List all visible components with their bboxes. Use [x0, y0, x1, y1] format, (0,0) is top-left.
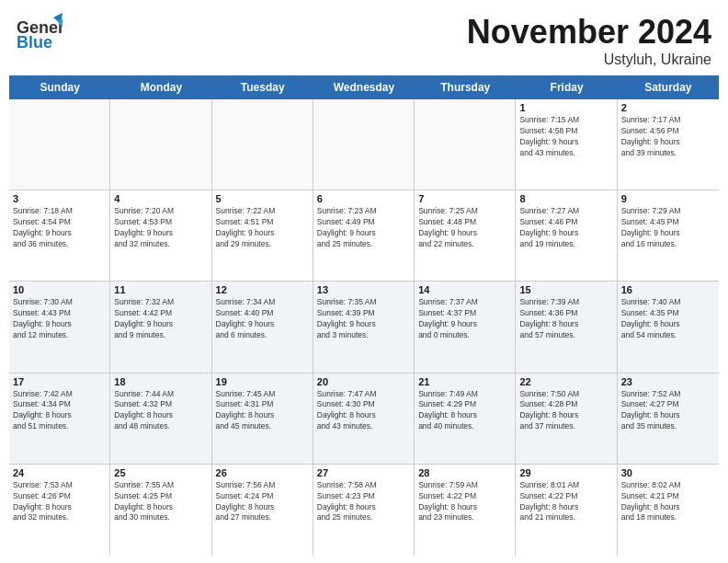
svg-text:Blue: Blue [17, 33, 52, 52]
title-section: November 2024 Ustyluh, Ukraine [467, 13, 711, 68]
calendar-cell: 10Sunrise: 7:30 AM Sunset: 4:43 PM Dayli… [9, 282, 110, 372]
calendar-cell: 9Sunrise: 7:29 AM Sunset: 4:45 PM Daylig… [618, 190, 719, 281]
day-info: Sunrise: 7:49 AM Sunset: 4:29 PM Dayligh… [418, 389, 511, 433]
calendar-cell: 21Sunrise: 7:49 AM Sunset: 4:29 PM Dayli… [415, 373, 516, 464]
location: Ustyluh, Ukraine [467, 52, 711, 68]
day-info: Sunrise: 8:02 AM Sunset: 4:21 PM Dayligh… [621, 480, 715, 524]
calendar-week: 24Sunrise: 7:53 AM Sunset: 4:26 PM Dayli… [9, 465, 719, 556]
calendar-cell: 28Sunrise: 7:59 AM Sunset: 4:22 PM Dayli… [415, 465, 516, 556]
day-info: Sunrise: 7:17 AM Sunset: 4:56 PM Dayligh… [621, 115, 715, 159]
weekday-header: Tuesday [212, 75, 313, 99]
weekday-header: Wednesday [313, 75, 415, 99]
day-number: 15 [519, 284, 612, 295]
calendar-cell: 12Sunrise: 7:34 AM Sunset: 4:40 PM Dayli… [212, 282, 313, 372]
calendar-header: SundayMondayTuesdayWednesdayThursdayFrid… [9, 75, 719, 99]
header: General Blue November 2024 Ustyluh, Ukra… [0, 0, 728, 75]
calendar-cell: 20Sunrise: 7:47 AM Sunset: 4:30 PM Dayli… [313, 373, 415, 464]
day-number: 26 [216, 467, 309, 478]
day-number: 14 [418, 284, 511, 295]
day-info: Sunrise: 7:50 AM Sunset: 4:28 PM Dayligh… [519, 389, 612, 433]
calendar-cell [9, 99, 110, 190]
calendar-week: 3Sunrise: 7:18 AM Sunset: 4:54 PM Daylig… [9, 190, 719, 282]
weekday-header: Saturday [618, 75, 719, 99]
day-info: Sunrise: 7:55 AM Sunset: 4:25 PM Dayligh… [114, 480, 207, 524]
day-info: Sunrise: 7:30 AM Sunset: 4:43 PM Dayligh… [13, 297, 106, 341]
calendar-cell: 19Sunrise: 7:45 AM Sunset: 4:31 PM Dayli… [212, 373, 313, 464]
day-info: Sunrise: 7:22 AM Sunset: 4:51 PM Dayligh… [216, 206, 309, 250]
day-info: Sunrise: 7:52 AM Sunset: 4:27 PM Dayligh… [621, 389, 715, 433]
day-number: 7 [418, 193, 511, 204]
calendar-cell: 2Sunrise: 7:17 AM Sunset: 4:56 PM Daylig… [618, 99, 719, 190]
day-number: 4 [114, 193, 207, 204]
day-number: 3 [13, 193, 106, 204]
calendar-cell: 11Sunrise: 7:32 AM Sunset: 4:42 PM Dayli… [110, 282, 211, 372]
calendar-cell: 30Sunrise: 8:02 AM Sunset: 4:21 PM Dayli… [618, 465, 719, 556]
calendar-cell: 7Sunrise: 7:25 AM Sunset: 4:48 PM Daylig… [415, 190, 516, 281]
day-number: 18 [114, 376, 207, 387]
day-number: 19 [216, 376, 309, 387]
calendar-body: 1Sunrise: 7:15 AM Sunset: 4:58 PM Daylig… [9, 99, 719, 556]
calendar-cell: 15Sunrise: 7:39 AM Sunset: 4:36 PM Dayli… [516, 282, 617, 372]
calendar-cell: 24Sunrise: 7:53 AM Sunset: 4:26 PM Dayli… [9, 465, 110, 556]
weekday-header: Monday [110, 75, 211, 99]
calendar-cell [110, 99, 211, 190]
day-number: 30 [621, 467, 715, 478]
weekday-header: Sunday [9, 75, 110, 99]
day-info: Sunrise: 7:37 AM Sunset: 4:37 PM Dayligh… [418, 297, 511, 341]
calendar-cell: 22Sunrise: 7:50 AM Sunset: 4:28 PM Dayli… [516, 373, 617, 464]
calendar-cell: 6Sunrise: 7:23 AM Sunset: 4:49 PM Daylig… [313, 190, 415, 281]
calendar-cell: 3Sunrise: 7:18 AM Sunset: 4:54 PM Daylig… [9, 190, 110, 281]
calendar-cell: 1Sunrise: 7:15 AM Sunset: 4:58 PM Daylig… [516, 99, 617, 190]
weekday-header: Friday [516, 75, 617, 99]
day-number: 21 [418, 376, 511, 387]
day-number: 22 [519, 376, 612, 387]
day-info: Sunrise: 7:39 AM Sunset: 4:36 PM Dayligh… [519, 297, 612, 341]
calendar-cell: 29Sunrise: 8:01 AM Sunset: 4:22 PM Dayli… [516, 465, 617, 556]
calendar-cell [313, 99, 415, 190]
day-info: Sunrise: 7:25 AM Sunset: 4:48 PM Dayligh… [418, 206, 511, 250]
calendar-cell: 13Sunrise: 7:35 AM Sunset: 4:39 PM Dayli… [313, 282, 415, 372]
calendar: SundayMondayTuesdayWednesdayThursdayFrid… [0, 75, 728, 563]
calendar-cell [415, 99, 516, 190]
day-info: Sunrise: 7:44 AM Sunset: 4:32 PM Dayligh… [114, 389, 207, 433]
calendar-cell [212, 99, 313, 190]
day-info: Sunrise: 7:32 AM Sunset: 4:42 PM Dayligh… [114, 297, 207, 341]
calendar-week: 1Sunrise: 7:15 AM Sunset: 4:58 PM Daylig… [9, 99, 719, 190]
calendar-cell: 17Sunrise: 7:42 AM Sunset: 4:34 PM Dayli… [9, 373, 110, 464]
day-info: Sunrise: 7:20 AM Sunset: 4:53 PM Dayligh… [114, 206, 207, 250]
calendar-cell: 18Sunrise: 7:44 AM Sunset: 4:32 PM Dayli… [110, 373, 211, 464]
day-number: 6 [317, 193, 410, 204]
day-info: Sunrise: 7:59 AM Sunset: 4:22 PM Dayligh… [418, 480, 511, 524]
day-number: 24 [13, 467, 106, 478]
calendar-cell: 5Sunrise: 7:22 AM Sunset: 4:51 PM Daylig… [212, 190, 313, 281]
day-number: 29 [519, 467, 612, 478]
day-number: 1 [519, 102, 612, 113]
day-info: Sunrise: 7:45 AM Sunset: 4:31 PM Dayligh… [216, 389, 309, 433]
weekday-header: Thursday [415, 75, 516, 99]
day-number: 13 [317, 284, 410, 295]
day-number: 9 [621, 193, 715, 204]
calendar-week: 10Sunrise: 7:30 AM Sunset: 4:43 PM Dayli… [9, 282, 719, 373]
day-number: 25 [114, 467, 207, 478]
day-number: 28 [418, 467, 511, 478]
month-title: November 2024 [467, 13, 711, 52]
day-number: 23 [621, 376, 715, 387]
day-number: 10 [13, 284, 106, 295]
calendar-cell: 14Sunrise: 7:37 AM Sunset: 4:37 PM Dayli… [415, 282, 516, 372]
day-info: Sunrise: 7:27 AM Sunset: 4:46 PM Dayligh… [519, 206, 612, 250]
day-info: Sunrise: 7:53 AM Sunset: 4:26 PM Dayligh… [13, 480, 106, 524]
calendar-cell: 16Sunrise: 7:40 AM Sunset: 4:35 PM Dayli… [618, 282, 719, 372]
day-info: Sunrise: 7:15 AM Sunset: 4:58 PM Dayligh… [519, 115, 612, 159]
day-number: 20 [317, 376, 410, 387]
day-number: 16 [621, 284, 715, 295]
calendar-cell: 8Sunrise: 7:27 AM Sunset: 4:46 PM Daylig… [516, 190, 617, 281]
calendar-cell: 23Sunrise: 7:52 AM Sunset: 4:27 PM Dayli… [618, 373, 719, 464]
day-info: Sunrise: 7:34 AM Sunset: 4:40 PM Dayligh… [216, 297, 309, 341]
calendar-cell: 25Sunrise: 7:55 AM Sunset: 4:25 PM Dayli… [110, 465, 211, 556]
day-info: Sunrise: 7:23 AM Sunset: 4:49 PM Dayligh… [317, 206, 410, 250]
logo-svg: General Blue [17, 13, 63, 58]
calendar-week: 17Sunrise: 7:42 AM Sunset: 4:34 PM Dayli… [9, 373, 719, 465]
calendar-cell: 4Sunrise: 7:20 AM Sunset: 4:53 PM Daylig… [110, 190, 211, 281]
day-info: Sunrise: 7:18 AM Sunset: 4:54 PM Dayligh… [13, 206, 106, 250]
day-info: Sunrise: 8:01 AM Sunset: 4:22 PM Dayligh… [519, 480, 612, 524]
